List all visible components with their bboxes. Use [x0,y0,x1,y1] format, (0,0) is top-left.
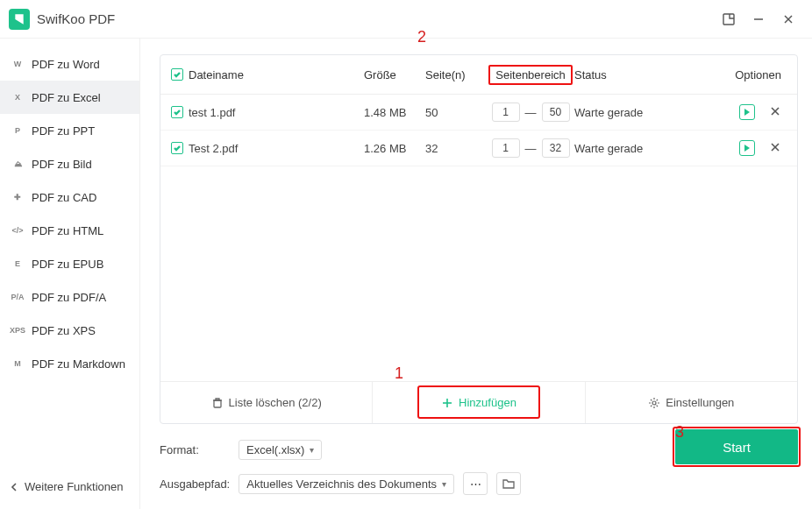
html-icon: </> [11,223,25,237]
col-status-label: Status [574,68,715,81]
svg-point-13 [652,401,656,405]
app-title: SwifKoo PDF [37,11,115,26]
trash-icon [211,397,224,409]
output-path-value: Aktuelles Verzeichnis des Dokuments [246,477,437,491]
sidebar-item-label: PDF zu PDF/A [32,291,106,304]
sidebar-item-pdfa[interactable]: P/APDF zu PDF/A [0,280,139,314]
table-row: test 1.pdf 1.48 MB 50 — Warte gerade [160,95,797,131]
output-path-label: Ausgabepfad: [160,477,230,491]
more-path-button[interactable]: ⋯ [463,472,488,495]
row-checkbox[interactable] [171,142,183,154]
range-from-input[interactable] [492,138,520,158]
excel-icon: X [11,90,25,104]
sidebar-item-html[interactable]: </>PDF zu HTML [0,214,139,247]
sidebar-item-label: PDF zu EPUB [32,258,103,271]
sidebar-item-image[interactable]: ⛰PDF zu Bild [0,147,139,180]
range-dash: — [525,142,537,155]
sidebar-item-label: PDF zu XPS [32,324,96,337]
more-functions-label: Weitere Funktionen [25,480,124,493]
file-status: Warte gerade [574,106,715,119]
sidebar-item-label: PDF zu PPT [32,124,95,138]
file-name: Test 2.pdf [189,142,238,155]
file-size: 1.26 MB [364,142,425,155]
footer-controls: Format: Excel(.xlsx) ▾ Ausgabepfad: Aktu… [160,424,798,495]
cad-icon: ✚ [11,190,25,204]
sidebar-item-label: PDF zu HTML [32,224,103,237]
window-tool-icon[interactable] [714,6,744,32]
table-row: Test 2.pdf 1.26 MB 32 — Warte gerade [160,131,797,166]
add-file-label: Hinzufügen [459,396,516,409]
row-checkbox[interactable] [171,106,183,118]
remove-row-button[interactable] [769,105,781,120]
select-all-checkbox[interactable] [171,68,183,81]
page-range: — [492,103,570,122]
settings-label: Einstellungen [666,396,734,409]
file-size: 1.48 MB [364,106,425,119]
file-table: Dateiname Größe Seite(n) Seitenbereich S… [160,54,798,424]
col-range-label: Seitenbereich [488,65,573,85]
sidebar-item-label: PDF zu Word [32,58,100,71]
more-functions-link[interactable]: Weitere Funktionen [0,480,139,509]
table-actions: Liste löschen (2/2) Hinzufügen Einstellu… [160,381,797,423]
page-range: — [492,138,570,158]
range-dash: — [525,106,537,119]
browse-folder-button[interactable] [496,472,521,495]
sidebar-item-label: PDF zu Markdown [32,357,125,371]
sidebar-item-label: PDF zu Excel [32,91,101,104]
file-status: Warte gerade [574,142,715,155]
table-header: Dateiname Größe Seite(n) Seitenbereich S… [160,55,797,95]
sidebar-item-markdown[interactable]: MPDF zu Markdown [0,347,139,380]
col-range-header: Seitenbereich [487,65,574,85]
epub-icon: E [11,257,25,271]
gear-icon [648,397,660,409]
range-from-input[interactable] [492,103,520,122]
file-pages: 50 [425,106,487,119]
svg-rect-0 [723,14,734,25]
app-logo [9,9,30,30]
col-pages-label: Seite(n) [425,68,487,81]
clear-list-label: Liste löschen (2/2) [229,396,322,409]
start-label: Start [723,440,751,455]
markdown-icon: M [11,357,25,371]
chevron-down-icon: ▾ [442,479,446,489]
file-pages: 32 [425,142,487,155]
format-value: Excel(.xlsx) [246,443,304,456]
remove-row-button[interactable] [769,141,781,156]
sidebar-item-epub[interactable]: EPDF zu EPUB [0,247,139,280]
range-to-input[interactable] [542,138,570,158]
word-icon: W [11,57,25,71]
file-name: test 1.pdf [189,106,235,119]
sidebar-item-xps[interactable]: XPSPDF zu XPS [0,314,139,347]
clear-list-button[interactable]: Liste löschen (2/2) [160,382,372,423]
minimize-button[interactable] [744,6,773,32]
settings-button[interactable]: Einstellungen [585,382,797,423]
output-path-select[interactable]: Aktuelles Verzeichnis des Dokuments ▾ [239,474,454,494]
sidebar-item-word[interactable]: WPDF zu Word [0,47,139,81]
col-name-label: Dateiname [189,68,244,81]
chevron-down-icon: ▾ [310,445,314,455]
xps-icon: XPS [11,323,25,337]
content-area: Dateiname Größe Seite(n) Seitenbereich S… [140,39,812,509]
sidebar-item-excel[interactable]: XPDF zu Excel [0,81,139,114]
start-button[interactable]: Start [675,429,798,464]
close-window-button[interactable] [773,6,803,32]
svg-marker-7 [744,145,750,152]
convert-row-button[interactable] [739,104,755,120]
format-label: Format: [160,443,230,456]
range-to-input[interactable] [542,103,570,122]
image-icon: ⛰ [11,157,25,171]
ppt-icon: P [11,124,25,138]
titlebar: SwifKoo PDF [0,0,812,39]
sidebar-item-label: PDF zu Bild [32,158,92,171]
ellipsis-icon: ⋯ [470,477,481,491]
format-select[interactable]: Excel(.xlsx) ▾ [239,440,322,460]
folder-icon [502,478,515,489]
convert-row-button[interactable] [739,140,755,156]
add-file-button[interactable]: Hinzufügen [372,382,584,423]
col-size-label: Größe [364,68,425,81]
sidebar-item-cad[interactable]: ✚PDF zu CAD [0,180,139,214]
svg-marker-4 [744,109,750,116]
col-options-label: Optionen [715,68,787,81]
sidebar-item-ppt[interactable]: PPDF zu PPT [0,114,139,147]
sidebar: WPDF zu Word XPDF zu Excel PPDF zu PPT ⛰… [0,39,140,509]
